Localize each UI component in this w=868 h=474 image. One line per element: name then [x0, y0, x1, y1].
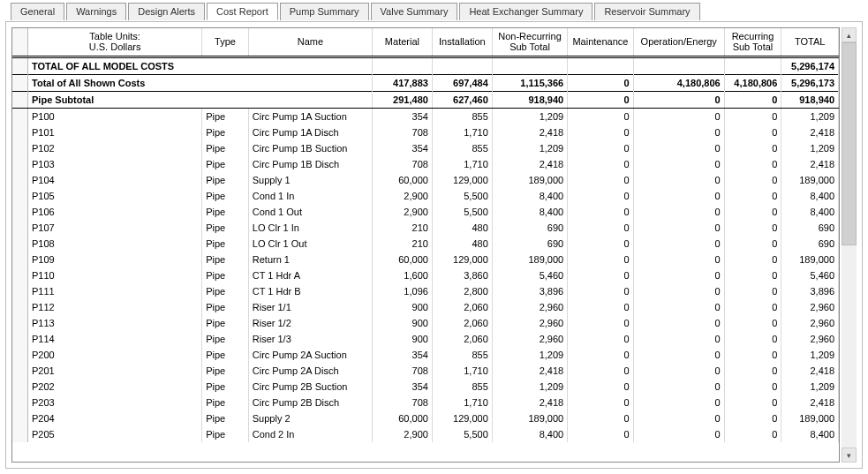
cell-total: 690	[781, 220, 839, 236]
cell-nr-subtotal: 3,896	[492, 283, 567, 299]
tab-reservoir-summary[interactable]: Reservoir Summary	[594, 3, 699, 20]
cell-type: Pipe	[202, 252, 249, 267]
row-header[interactable]	[12, 315, 28, 331]
cell-name: Circ Pump 1A Disch	[248, 124, 372, 140]
cell-total: 189,000	[781, 252, 839, 267]
cell-installation: 480	[432, 220, 492, 236]
row-header[interactable]	[12, 156, 28, 172]
table-row[interactable]: P109PipeReturn 160,000129,000189,0000001…	[12, 252, 839, 267]
table-row[interactable]: P203PipeCirc Pump 2B Disch7081,7102,4180…	[12, 395, 839, 410]
header-total[interactable]: TOTAL	[781, 28, 839, 56]
table-row[interactable]: P104PipeSupply 160,000129,000189,0000001…	[12, 172, 839, 188]
table-row[interactable]: P113PipeRiser 1/29002,0602,9600002,960	[12, 315, 839, 331]
row-header[interactable]	[12, 410, 28, 426]
cell-id: P111	[28, 283, 202, 299]
tab-general[interactable]: General	[11, 3, 64, 20]
cell-installation: 3,860	[432, 267, 492, 283]
row-header[interactable]	[12, 172, 28, 188]
header-op-energy[interactable]: Operation/Energy	[633, 28, 724, 56]
header-nr-subtotal[interactable]: Non-Recurring Sub Total	[492, 28, 567, 56]
header-r-subtotal[interactable]: Recurring Sub Total	[724, 28, 781, 56]
header-row: Table Units: U.S. Dollars Type Name Mate…	[12, 28, 839, 56]
row-model-total[interactable]: TOTAL OF ALL MODEL COSTS 5,296,174	[12, 56, 839, 74]
table-row[interactable]: P101PipeCirc Pump 1A Disch7081,7102,4180…	[12, 124, 839, 140]
cell-op-energy: 0	[633, 283, 724, 299]
header-installation[interactable]: Installation	[432, 28, 492, 56]
table-row[interactable]: P201PipeCirc Pump 2A Disch7081,7102,4180…	[12, 363, 839, 379]
row-header[interactable]	[12, 236, 28, 252]
header-type[interactable]: Type	[202, 28, 249, 56]
row-header[interactable]	[12, 108, 28, 124]
table-row[interactable]: P110PipeCT 1 Hdr A1,6003,8605,4600005,46…	[12, 267, 839, 283]
row-header[interactable]	[12, 204, 28, 220]
scroll-track[interactable]	[842, 42, 857, 448]
row-header[interactable]	[12, 347, 28, 363]
row-header[interactable]	[12, 252, 28, 267]
tab-pump-summary[interactable]: Pump Summary	[280, 3, 369, 20]
cell-installation: 855	[432, 379, 492, 395]
table-row[interactable]: P107PipeLO Clr 1 In210480690000690	[12, 220, 839, 236]
row-header[interactable]	[12, 426, 28, 442]
cell-total: 189,000	[781, 410, 839, 426]
table-row[interactable]: P200PipeCirc Pump 2A Suction3548551,2090…	[12, 347, 839, 363]
table-row[interactable]: P100PipeCirc Pump 1A Suction3548551,2090…	[12, 108, 839, 124]
table-row[interactable]: P111PipeCT 1 Hdr B1,0962,8003,8960003,89…	[12, 283, 839, 299]
header-units[interactable]: Table Units: U.S. Dollars	[28, 28, 202, 56]
table-row[interactable]: P102PipeCirc Pump 1B Suction3548551,2090…	[12, 140, 839, 156]
table-row[interactable]: P205PipeCond 2 In2,9005,5008,4000008,400	[12, 426, 839, 442]
table-row[interactable]: P108PipeLO Clr 1 Out210480690000690	[12, 236, 839, 252]
tab-design-alerts[interactable]: Design Alerts	[128, 3, 205, 20]
row-pipe-subtotal[interactable]: Pipe Subtotal 291,480 627,460 918,940 0 …	[12, 91, 839, 108]
table-row[interactable]: P202PipeCirc Pump 2B Suction3548551,2090…	[12, 379, 839, 395]
cell-nr-subtotal: 1,209	[492, 108, 567, 124]
cell-installation: 1,710	[432, 395, 492, 410]
row-header[interactable]	[12, 363, 28, 379]
row-header[interactable]	[12, 283, 28, 299]
cell-installation: 5,500	[432, 426, 492, 442]
cell-id: P204	[28, 410, 202, 426]
table-row[interactable]: P105PipeCond 1 In2,9005,5008,4000008,400	[12, 188, 839, 204]
scroll-up-button[interactable]: ▴	[842, 27, 857, 42]
table-row[interactable]: P112PipeRiser 1/19002,0602,9600002,960	[12, 299, 839, 315]
cell-total: 5,296,174	[781, 56, 839, 74]
row-shown-total[interactable]: Total of All Shown Costs 417,883 697,484…	[12, 74, 839, 91]
scroll-thumb[interactable]	[842, 42, 857, 245]
cell-material: 60,000	[372, 252, 432, 267]
table-row[interactable]: P103PipeCirc Pump 1B Disch7081,7102,4180…	[12, 156, 839, 172]
cell-op-energy: 0	[633, 204, 724, 220]
tab-warnings[interactable]: Warnings	[66, 3, 126, 20]
cell-label: Total of All Shown Costs	[28, 74, 373, 91]
table-row[interactable]: P114PipeRiser 1/39002,0602,9600002,960	[12, 331, 839, 347]
tab-cost-report[interactable]: Cost Report	[207, 3, 278, 20]
row-header[interactable]	[12, 299, 28, 315]
cell-id: P114	[28, 331, 202, 347]
vertical-scrollbar[interactable]: ▴ ▾	[842, 27, 857, 463]
row-header[interactable]	[12, 331, 28, 347]
cell-installation: 855	[432, 140, 492, 156]
header-material[interactable]: Material	[372, 28, 432, 56]
cell-r-subtotal: 0	[724, 299, 781, 315]
grid: Table Units: U.S. Dollars Type Name Mate…	[11, 27, 840, 463]
cell-r-subtotal: 0	[724, 410, 781, 426]
cell-r-subtotal: 0	[724, 315, 781, 331]
scroll-down-button[interactable]: ▾	[842, 448, 857, 463]
row-header[interactable]	[12, 124, 28, 140]
row-header[interactable]	[12, 395, 28, 410]
table-row[interactable]: P204PipeSupply 260,000129,000189,0000001…	[12, 410, 839, 426]
row-header[interactable]	[12, 267, 28, 283]
row-header[interactable]	[12, 220, 28, 236]
cell-id: P104	[28, 172, 202, 188]
row-header[interactable]	[12, 140, 28, 156]
cell-op-energy: 0	[633, 267, 724, 283]
row-header[interactable]	[12, 379, 28, 395]
table-row[interactable]: P106PipeCond 1 Out2,9005,5008,4000008,40…	[12, 204, 839, 220]
tab-heat-exchanger-summary[interactable]: Heat Exchanger Summary	[459, 3, 593, 20]
header-name[interactable]: Name	[248, 28, 372, 56]
header-maintenance[interactable]: Maintenance	[568, 28, 633, 56]
row-header[interactable]	[12, 188, 28, 204]
cell-type: Pipe	[202, 267, 249, 283]
cell-maintenance: 0	[568, 347, 633, 363]
cell-installation: 480	[432, 236, 492, 252]
tab-valve-summary[interactable]: Valve Summary	[371, 3, 458, 20]
cell-installation: 2,060	[432, 315, 492, 331]
